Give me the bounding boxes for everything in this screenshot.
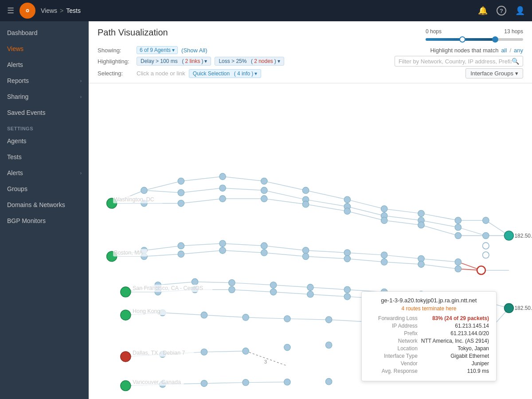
show-all-link[interactable]: (Show All) [181, 47, 207, 54]
svg-line-7 [144, 190, 181, 192]
svg-line-29 [421, 225, 458, 236]
svg-point-184 [483, 252, 489, 258]
svg-point-192 [121, 310, 131, 320]
svg-point-133 [302, 253, 309, 260]
svg-line-66 [310, 287, 347, 289]
svg-line-38 [144, 254, 181, 256]
tooltip-rows: Forwarding Loss83% (24 of 29 packets)IP … [369, 315, 489, 374]
highlight-all-link[interactable]: all [501, 47, 507, 54]
delay-filter[interactable]: Delay > 100 ms (2 links) ▾ [137, 57, 211, 66]
highlighting-label: Highlighting: [98, 58, 133, 65]
filter-input[interactable] [399, 58, 512, 65]
hops-slider-thumb-right[interactable] [492, 36, 498, 43]
svg-line-76 [163, 313, 204, 315]
sidebar-item-tests[interactable]: Tests [0, 149, 89, 165]
svg-point-130 [261, 243, 268, 249]
svg-line-25 [384, 216, 421, 220]
svg-line-64 [274, 285, 310, 287]
svg-point-110 [344, 208, 351, 215]
svg-line-87 [204, 351, 246, 352]
tooltip-row: Interface TypeGigabit Ethernet [369, 353, 489, 359]
tooltip-row: Forwarding Loss83% (24 of 29 packets) [369, 315, 489, 321]
svg-line-42 [223, 250, 264, 253]
svg-point-97 [178, 189, 184, 196]
sidebar-item-alerts-settings[interactable]: Alerts › [0, 165, 89, 181]
chevron-right-icon: › [80, 94, 82, 99]
bell-icon[interactable]: 🔔 [478, 6, 488, 16]
sidebar-item-domains[interactable]: Domains & Networks [0, 197, 89, 213]
svg-point-108 [344, 196, 351, 203]
svg-text:3: 3 [264, 359, 267, 364]
hops-max-label: 13 hops [504, 28, 523, 35]
selecting-label: Selecting: [98, 70, 133, 77]
svg-point-118 [455, 224, 462, 231]
hops-slider-thumb[interactable] [459, 36, 466, 43]
highlight-any-link[interactable]: any [514, 47, 523, 54]
svg-line-9 [181, 176, 223, 181]
svg-point-164 [325, 317, 332, 323]
tooltip-title: ge-1-3-9.a20.tokyjp01.jp.ra.gin.ntt.net [369, 297, 489, 304]
breadcrumb-separator: > [60, 7, 63, 14]
svg-point-129 [219, 247, 226, 254]
svg-line-6 [144, 181, 181, 191]
node-tooltip: ge-1-3-9.a20.tokyjp01.jp.ra.gin.ntt.net … [361, 291, 497, 381]
loss-filter[interactable]: Loss > 25% (2 nodes) ▾ [215, 57, 284, 66]
svg-line-37 [144, 246, 181, 250]
svg-point-111 [381, 206, 387, 212]
user-icon[interactable]: 👤 [515, 6, 525, 16]
topnav-right: 🔔 ? 👤 [478, 6, 525, 16]
highlight-separator: / [509, 47, 511, 54]
svg-line-18 [306, 190, 348, 200]
svg-line-62 [232, 283, 274, 285]
sidebar-item-sharing[interactable]: Sharing › [0, 89, 89, 105]
sidebar-item-groups[interactable]: Groups [0, 181, 89, 197]
svg-point-120 [483, 217, 489, 224]
svg-point-117 [455, 217, 462, 224]
svg-line-44 [264, 253, 306, 256]
breadcrumb-current: Tests [66, 7, 81, 14]
sidebar-item-agents[interactable]: Agents [0, 133, 89, 149]
sidebar-item-saved-events[interactable]: Saved Events [0, 105, 89, 121]
svg-point-162 [243, 314, 249, 321]
svg-point-100 [219, 185, 226, 192]
svg-line-16 [264, 190, 306, 200]
svg-point-134 [344, 250, 351, 256]
path-viz-header: Path Visualization 0 hops 13 hops [89, 21, 532, 83]
svg-point-102 [261, 178, 268, 184]
svg-point-181 [284, 379, 291, 385]
svg-point-132 [302, 247, 309, 254]
breadcrumb-views[interactable]: Views [41, 7, 57, 14]
svg-line-43 [264, 246, 306, 250]
svg-line-26 [384, 220, 421, 225]
sidebar-item-views[interactable]: Views [0, 41, 89, 57]
svg-rect-198 [132, 308, 166, 315]
svg-line-91 [246, 382, 287, 383]
svg-line-11 [181, 199, 223, 203]
svg-point-161 [201, 312, 207, 318]
svg-point-103 [261, 187, 268, 194]
menu-icon[interactable]: ☰ [7, 6, 14, 16]
svg-line-17 [264, 199, 306, 204]
svg-line-41 [223, 243, 264, 246]
interface-groups-button[interactable]: Interface Groups ▾ [466, 68, 523, 78]
quick-selection-badge[interactable]: Quick Selection (4 info) ▾ [189, 69, 261, 78]
filter-input-wrap[interactable]: 🔍 [395, 56, 523, 66]
sidebar-item-bgp[interactable]: BGP Monitors [0, 213, 89, 229]
svg-point-140 [455, 259, 462, 266]
help-icon[interactable]: ? [497, 6, 506, 16]
svg-point-105 [302, 187, 309, 194]
tooltip-row: Avg. Response110.9 ms [369, 368, 489, 374]
sidebar-item-dashboard[interactable]: Dashboard [0, 25, 89, 41]
agents-badge[interactable]: 6 of 9 Agents ▾ [137, 46, 178, 54]
svg-point-2 [27, 10, 28, 12]
sidebar-item-reports[interactable]: Reports › [0, 73, 89, 89]
svg-point-183 [483, 243, 489, 249]
svg-line-90 [204, 383, 246, 383]
svg-point-171 [243, 348, 249, 355]
svg-line-22 [347, 207, 384, 216]
svg-line-49 [384, 255, 421, 258]
svg-line-78 [246, 317, 287, 319]
tooltip-row: NetworkNTT America, Inc. (AS 2914) [369, 338, 489, 344]
svg-point-121 [483, 232, 489, 239]
sidebar-item-alerts[interactable]: Alerts [0, 57, 89, 73]
